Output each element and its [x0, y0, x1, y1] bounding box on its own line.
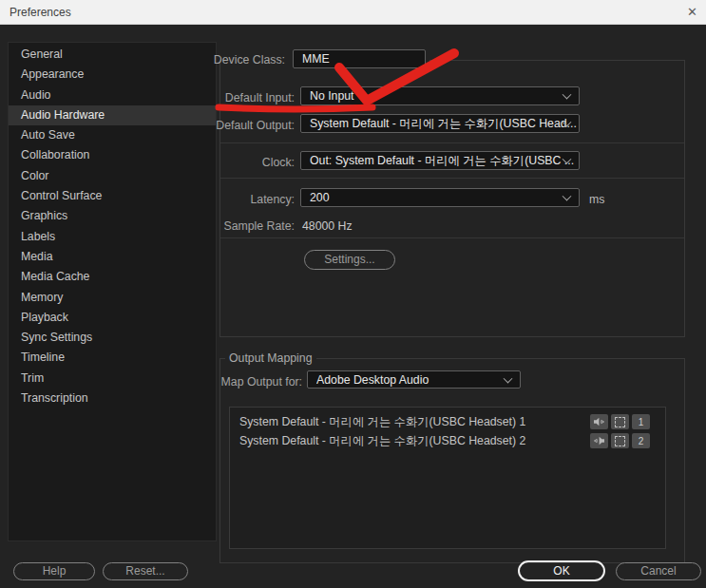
sidebar-item-graphics[interactable]: Graphics — [9, 206, 216, 226]
sidebar-item-label: Collaboration — [21, 148, 89, 161]
channel-buttons: 2 — [590, 433, 650, 448]
sidebar-item-media-cache[interactable]: Media Cache — [9, 267, 216, 287]
device-class-label: Device Class: — [190, 53, 285, 66]
cancel-button[interactable]: Cancel — [616, 562, 701, 580]
sidebar-item-label: Playback — [21, 311, 68, 324]
sidebar-item-trim[interactable]: Trim — [9, 369, 216, 389]
channel-name: System Default - 머리에 거는 수화기(USBC Headset… — [239, 414, 590, 430]
chevron-down-icon — [504, 373, 513, 383]
sidebar-item-label: General — [21, 47, 63, 61]
speaker-icon — [593, 436, 605, 446]
sidebar-item-label: Audio Hardware — [21, 108, 105, 122]
mapping-square-icon — [615, 436, 625, 446]
window-title: Preferences — [10, 6, 71, 19]
sidebar-item-general[interactable]: General — [9, 45, 216, 65]
sidebar-item-appearance[interactable]: Appearance — [9, 65, 216, 85]
sidebar-item-label: Memory — [21, 291, 63, 304]
sidebar-item-sync-settings[interactable]: Sync Settings — [9, 328, 216, 348]
mapping-square-icon — [615, 417, 625, 427]
channel-speaker-button[interactable] — [590, 414, 608, 429]
output-mapping-section-label: Output Mapping — [225, 351, 316, 365]
sidebar-item-labels[interactable]: Labels — [9, 227, 216, 247]
sidebar-item-label: Media Cache — [21, 270, 89, 283]
sidebar-item-label: Timeline — [21, 351, 65, 364]
divider — [220, 178, 684, 179]
clock-value: Out: System Default - 머리에 거는 수화기(USBC ..… — [310, 153, 579, 169]
divider — [220, 142, 684, 143]
reset-button[interactable]: Reset... — [103, 562, 188, 580]
preferences-dialog: Preferences ✕ GeneralAppearanceAudioAudi… — [0, 0, 706, 588]
default-input-dropdown[interactable]: No Input — [300, 86, 580, 105]
sidebar-item-transcription[interactable]: Transcription — [9, 389, 216, 408]
channel-map-button[interactable] — [611, 433, 629, 448]
sidebar-item-label: Media — [21, 250, 53, 263]
device-class-dropdown[interactable]: MME — [293, 49, 426, 68]
channel-row: System Default - 머리에 거는 수화기(USBC Headset… — [230, 431, 665, 450]
close-icon[interactable]: ✕ — [687, 4, 697, 21]
channel-map-button[interactable] — [611, 414, 629, 429]
chevron-down-icon — [563, 192, 572, 201]
sidebar-item-label: Appearance — [21, 67, 84, 81]
sidebar-item-media[interactable]: Media — [9, 247, 216, 267]
sidebar: GeneralAppearanceAudioAudio HardwareAuto… — [8, 42, 217, 541]
sidebar-item-control-surface[interactable]: Control Surface — [9, 186, 216, 206]
sidebar-item-timeline[interactable]: Timeline — [9, 348, 216, 368]
help-button[interactable]: Help — [13, 562, 95, 580]
clock-dropdown[interactable]: Out: System Default - 머리에 거는 수화기(USBC ..… — [300, 151, 580, 170]
sidebar-item-audio[interactable]: Audio — [9, 85, 216, 105]
latency-unit: ms — [589, 193, 604, 206]
device-class-value: MME — [302, 52, 349, 66]
map-output-for-value: Adobe Desktop Audio — [316, 373, 448, 387]
latency-dropdown[interactable]: 200 — [300, 188, 580, 207]
sample-rate-label: Sample Rate: — [200, 219, 295, 233]
sidebar-item-audio-hardware[interactable]: Audio Hardware — [9, 105, 216, 125]
ok-button[interactable]: OK — [518, 560, 605, 581]
default-output-label: Default Output: — [200, 119, 295, 132]
sidebar-item-auto-save[interactable]: Auto Save — [9, 125, 216, 145]
channel-number-button[interactable]: 2 — [632, 433, 650, 448]
sidebar-item-label: Sync Settings — [21, 331, 92, 344]
map-output-for-dropdown[interactable]: Adobe Desktop Audio — [307, 370, 521, 389]
speaker-icon — [593, 417, 605, 427]
output-channel-list: System Default - 머리에 거는 수화기(USBC Headset… — [229, 407, 666, 549]
sidebar-item-label: Audio — [21, 88, 50, 102]
sidebar-item-label: Control Surface — [21, 189, 102, 202]
sidebar-item-label: Color — [21, 169, 48, 182]
channel-number-button[interactable]: 1 — [632, 414, 650, 429]
sidebar-item-label: Trim — [21, 371, 44, 385]
sidebar-item-collaboration[interactable]: Collaboration — [9, 145, 216, 165]
default-input-label: Default Input: — [200, 91, 295, 104]
sidebar-item-label: Auto Save — [21, 128, 75, 142]
default-output-value: System Default - 머리에 거는 수화기(USBC Head... — [310, 116, 579, 132]
channel-buttons: 1 — [590, 414, 650, 429]
sidebar-item-playback[interactable]: Playback — [9, 308, 216, 328]
sidebar-item-label: Labels — [21, 230, 55, 243]
sidebar-item-label: Transcription — [21, 391, 88, 405]
channel-speaker-button[interactable] — [590, 433, 608, 448]
sample-rate-value: 48000 Hz — [302, 219, 353, 233]
default-input-value: No Input — [310, 89, 373, 103]
map-output-for-label: Map Output for: — [200, 375, 302, 389]
chevron-down-icon — [563, 90, 572, 100]
latency-value: 200 — [310, 191, 349, 204]
clock-label: Clock: — [200, 156, 295, 169]
sidebar-item-color[interactable]: Color — [9, 166, 216, 186]
default-output-dropdown[interactable]: System Default - 머리에 거는 수화기(USBC Head... — [300, 114, 580, 133]
sidebar-item-label: Graphics — [21, 209, 67, 222]
sidebar-item-memory[interactable]: Memory — [9, 288, 216, 308]
titlebar: Preferences ✕ — [0, 0, 706, 25]
channel-row: System Default - 머리에 거는 수화기(USBC Headset… — [230, 412, 665, 431]
settings-button[interactable]: Settings... — [304, 250, 395, 270]
channel-name: System Default - 머리에 거는 수화기(USBC Headset… — [239, 433, 590, 449]
latency-label: Latency: — [200, 193, 295, 206]
divider — [220, 237, 684, 238]
